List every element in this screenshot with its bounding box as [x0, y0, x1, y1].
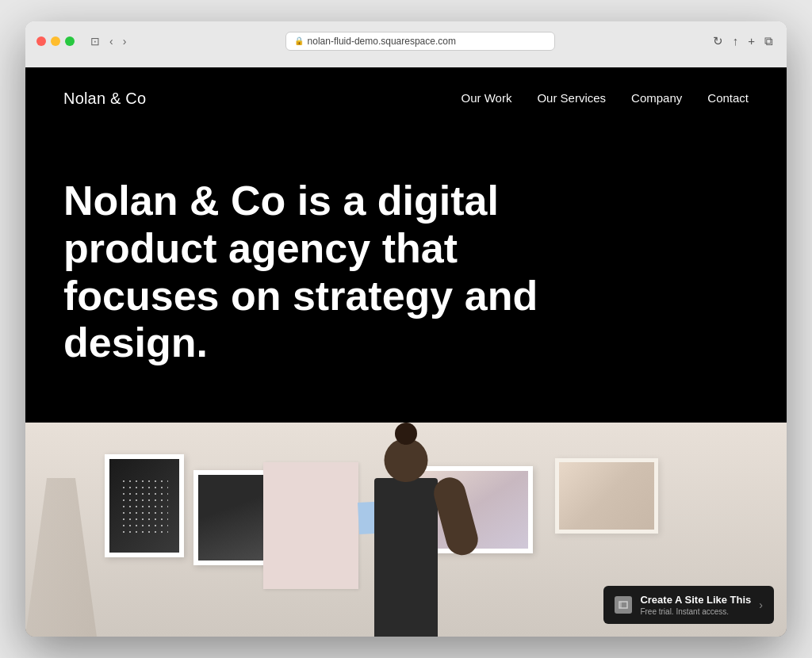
artwork-1-pattern: [121, 478, 168, 534]
squarespace-badge-text: Create A Site Like This Free trial. Inst…: [640, 594, 751, 616]
tab-view-btn[interactable]: ⧉: [762, 33, 776, 50]
window-icon-btn[interactable]: ⊡: [87, 34, 103, 48]
traffic-light-red[interactable]: [36, 36, 46, 46]
nav-links: Our Work Our Services Company Contact: [461, 91, 749, 105]
badge-title: Create A Site Like This: [640, 594, 751, 606]
browser-window: ⊡ ‹ › 🔒 nolan-fluid-demo.squarespace.com…: [25, 21, 787, 637]
browser-action-buttons: ↻ ↑ + ⧉: [710, 33, 776, 50]
artwork-2-inner: [198, 475, 264, 560]
person-body: [374, 478, 438, 637]
squarespace-badge[interactable]: Create A Site Like This Free trial. Inst…: [603, 586, 774, 624]
address-bar-wrapper: 🔒 nolan-fluid-demo.squarespace.com: [137, 32, 702, 51]
browser-controls: ⊡ ‹ ›: [87, 34, 129, 48]
lock-icon: 🔒: [294, 36, 304, 45]
traffic-lights: [36, 36, 75, 46]
artwork-container: [105, 454, 269, 565]
nav-link-our-services[interactable]: Our Services: [537, 91, 606, 105]
nav-item-contact[interactable]: Contact: [707, 91, 749, 105]
website: Nolan & Co Our Work Our Services Company…: [25, 67, 787, 637]
person-center: [358, 438, 454, 637]
person-head: [385, 438, 428, 482]
hero-heading: Nolan & Co is a digital product agency t…: [63, 178, 555, 367]
traffic-light-yellow[interactable]: [51, 36, 60, 46]
nav-link-company[interactable]: Company: [631, 91, 682, 105]
badge-subtitle: Free trial. Instant access.: [640, 607, 751, 616]
back-btn[interactable]: ‹: [106, 34, 117, 48]
nav-link-contact[interactable]: Contact: [707, 91, 749, 105]
forward-btn[interactable]: ›: [120, 34, 130, 48]
browser-tabs: [36, 59, 776, 67]
artwork-frame-2: [193, 470, 269, 565]
nav-item-our-work[interactable]: Our Work: [461, 91, 511, 105]
hero-section: Nolan & Co is a digital product agency t…: [25, 130, 787, 423]
url-text: nolan-fluid-demo.squarespace.com: [308, 36, 456, 47]
nav-item-company[interactable]: Company: [631, 91, 682, 105]
traffic-light-green[interactable]: [65, 36, 75, 46]
nav-item-our-services[interactable]: Our Services: [537, 91, 606, 105]
share-btn[interactable]: ↑: [730, 33, 741, 49]
artwork-4-inner: [559, 462, 654, 530]
image-section: Create A Site Like This Free trial. Inst…: [25, 423, 787, 637]
pink-paper: [263, 462, 358, 589]
site-logo[interactable]: Nolan & Co: [63, 90, 146, 108]
address-bar[interactable]: 🔒 nolan-fluid-demo.squarespace.com: [285, 32, 555, 51]
artwork-1-inner: [109, 459, 179, 553]
add-tab-btn[interactable]: +: [745, 33, 757, 49]
person-hair-bun: [395, 423, 417, 445]
artwork-frame-4: [555, 458, 658, 534]
browser-toolbar: ⊡ ‹ › 🔒 nolan-fluid-demo.squarespace.com…: [36, 29, 776, 53]
reload-btn[interactable]: ↻: [710, 33, 726, 50]
badge-arrow-icon: ›: [759, 599, 763, 611]
artwork-frame-1: [105, 454, 184, 557]
nav-link-our-work[interactable]: Our Work: [461, 91, 511, 105]
squarespace-logo-icon: [615, 596, 632, 614]
browser-chrome: ⊡ ‹ › 🔒 nolan-fluid-demo.squarespace.com…: [25, 21, 787, 67]
site-nav: Nolan & Co Our Work Our Services Company…: [25, 67, 787, 130]
